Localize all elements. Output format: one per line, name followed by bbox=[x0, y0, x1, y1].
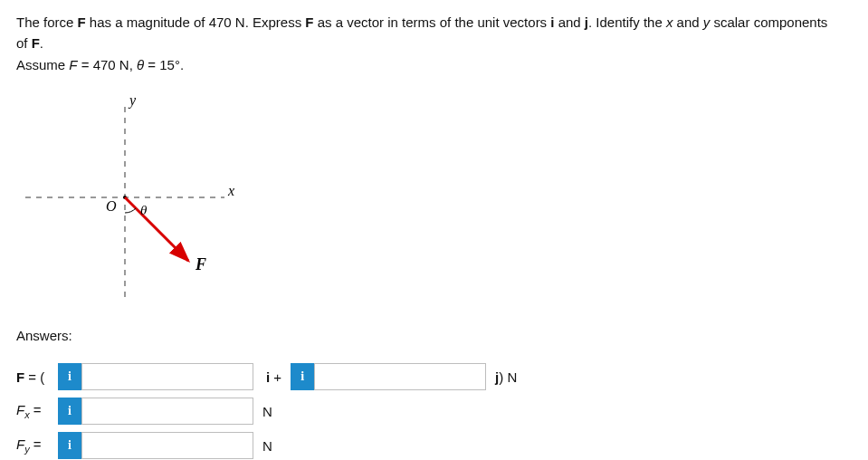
info-icon[interactable]: i bbox=[58, 363, 81, 390]
x-axis-label: x bbox=[227, 183, 234, 198]
input-Fy[interactable] bbox=[81, 432, 253, 459]
origin-label: O bbox=[106, 198, 117, 214]
input-Fx[interactable] bbox=[81, 398, 253, 425]
input-F-i[interactable] bbox=[81, 363, 253, 390]
problem-line1: The force F has a magnitude of 470 N. Ex… bbox=[16, 14, 827, 30]
answer-row-Fy: Fy = i N bbox=[16, 432, 852, 459]
problem-statement: The force F has a magnitude of 470 N. Ex… bbox=[16, 13, 852, 53]
input-F-j[interactable] bbox=[314, 363, 486, 390]
info-icon[interactable]: i bbox=[58, 398, 81, 425]
problem-line2: of F. bbox=[16, 35, 43, 51]
lhs-F: F = ( bbox=[16, 369, 58, 385]
svg-line-3 bbox=[125, 197, 188, 261]
lhs-Fy: Fy = bbox=[16, 436, 58, 455]
mid-i-plus: i + bbox=[266, 369, 281, 385]
assume-line: Assume F = 470 N, θ = 15°. bbox=[16, 57, 852, 72]
unit-N: N bbox=[262, 438, 272, 454]
answer-row-F: F = ( i i + i j) N bbox=[16, 363, 852, 390]
unit-N: N bbox=[262, 404, 272, 419]
tail-jN: j) N bbox=[495, 369, 517, 385]
force-label: F bbox=[195, 255, 206, 273]
force-diagram: y x O θ F bbox=[16, 89, 852, 315]
y-axis-label: y bbox=[128, 92, 137, 109]
lhs-Fx: Fx = bbox=[16, 402, 58, 420]
info-icon[interactable]: i bbox=[291, 363, 314, 390]
info-icon[interactable]: i bbox=[58, 432, 81, 459]
theta-label: θ bbox=[140, 203, 148, 217]
answer-row-Fx: Fx = i N bbox=[16, 398, 852, 425]
answers-heading: Answers: bbox=[16, 328, 852, 343]
